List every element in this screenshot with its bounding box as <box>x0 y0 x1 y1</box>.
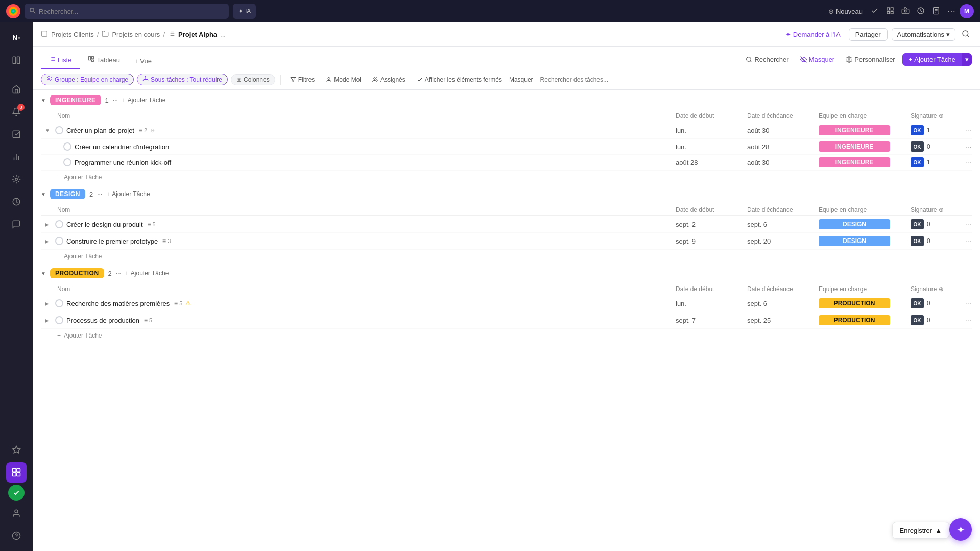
sub-more-t1-1[interactable]: ··· <box>966 158 972 166</box>
col-sig-add-design[interactable]: ⊕ <box>939 206 944 213</box>
task-more-t1[interactable]: ··· <box>966 126 972 134</box>
task-more-t5[interactable]: ··· <box>966 316 972 324</box>
group-add-label-production: Ajouter Tâche <box>131 270 169 277</box>
ajouter-tache-dropdown[interactable]: ▾ <box>962 53 972 66</box>
ask-ai-button[interactable]: ✦ Demander à l'IA <box>781 29 845 40</box>
new-button[interactable]: ⊕ Nouveau <box>824 6 867 17</box>
task-more-t4[interactable]: ··· <box>966 299 972 307</box>
sidebar-item-favorites[interactable] <box>6 440 27 460</box>
group-add-task-production[interactable]: + Ajouter Tâche <box>125 270 169 277</box>
task-expand-t3[interactable]: ▶ <box>45 238 52 244</box>
share-button[interactable]: Partager <box>849 28 888 41</box>
group-collapse-design[interactable]: ▼ <box>41 191 46 197</box>
clock-icon[interactable] <box>917 7 925 16</box>
filter-assignes-button[interactable]: Assignés <box>368 75 410 85</box>
filter-mode-moi-button[interactable]: Mode Moi <box>322 75 365 85</box>
filter-afficher-fermes-button[interactable]: Afficher les éléments fermés <box>413 75 506 85</box>
group-collapse-production[interactable]: ▼ <box>41 271 46 276</box>
task-subtask-count-t4[interactable]: 5 <box>173 300 182 306</box>
app-logo[interactable] <box>6 4 20 18</box>
task-more-t3[interactable]: ··· <box>966 237 972 245</box>
col-sig-add-ingenieure[interactable]: ⊕ <box>939 112 944 119</box>
breadcrumb-more[interactable]: ... <box>220 31 226 38</box>
task-subtask-count-t5[interactable]: 5 <box>142 317 152 323</box>
ajouter-tache-button[interactable]: + Ajouter Tâche <box>902 53 962 66</box>
breadcrumb-item-2[interactable]: Projets en cours <box>112 31 160 38</box>
group-more-production[interactable]: ··· <box>116 270 121 277</box>
filter-sous-taches[interactable]: Sous-tâches : Tout réduire <box>137 74 228 85</box>
group-count-ingenieure: 1 <box>105 97 109 104</box>
fab-button[interactable]: ✦ <box>949 518 972 541</box>
check-icon[interactable] <box>871 7 879 16</box>
plus-icon-design: + <box>106 190 110 198</box>
sidebar-status-indicator[interactable] <box>8 485 25 501</box>
col-sig-add-production[interactable]: ⊕ <box>939 285 944 293</box>
sub-more-t1-0[interactable]: ··· <box>966 142 972 151</box>
task-expand-t1[interactable]: ▼ <box>45 128 52 133</box>
ai-button[interactable]: ✦ IA <box>233 4 256 19</box>
sidebar-item-apps[interactable] <box>6 462 27 483</box>
doc-icon[interactable] <box>932 7 940 16</box>
filter-colonnes[interactable]: ⊞ Colonnes <box>231 74 275 85</box>
svg-point-4 <box>30 8 34 12</box>
group-more-design[interactable]: ··· <box>97 190 102 198</box>
sidebar-item-home[interactable] <box>6 79 27 100</box>
grid-icon[interactable] <box>886 7 894 16</box>
top-search-bar[interactable]: Rechercher... <box>25 4 229 19</box>
task-checkbox-t4[interactable] <box>55 299 63 307</box>
task-expand-t5[interactable]: ▶ <box>45 318 52 323</box>
add-task-row-production[interactable]: + Ajouter Tâche <box>41 329 972 342</box>
sidebar-item-notifications[interactable]: 8 <box>6 102 27 122</box>
sidebar-item-reports[interactable] <box>6 147 27 167</box>
filter-masquer-label[interactable]: Masquer <box>509 76 533 83</box>
breadcrumb-search-button[interactable] <box>960 28 972 41</box>
tab-vue-label: + Vue <box>134 57 152 65</box>
breadcrumb-item-1[interactable]: Projets Clients <box>51 31 94 38</box>
svg-line-41 <box>967 35 969 37</box>
rechercher-button[interactable]: Rechercher <box>742 54 793 65</box>
group-collapse-ingenieure[interactable]: ▼ <box>41 98 46 103</box>
sidebar-item-tasks[interactable] <box>6 124 27 145</box>
sub-checkbox-t1-0[interactable] <box>63 142 71 151</box>
svg-rect-17 <box>13 57 15 64</box>
add-task-row-ingenieure[interactable]: + Ajouter Tâche <box>41 171 972 184</box>
task-subtask-count-t1[interactable]: 2 <box>137 127 147 133</box>
task-checkbox-t2[interactable] <box>55 220 63 228</box>
task-subtask-count-t3[interactable]: 3 <box>161 238 171 244</box>
add-task-label-ingenieure: Ajouter Tâche <box>64 174 102 181</box>
add-task-row-design[interactable]: + Ajouter Tâche <box>41 250 972 263</box>
tab-tableau[interactable]: Tableau <box>80 52 128 69</box>
tab-liste[interactable]: Liste <box>41 52 80 69</box>
group-add-task-design[interactable]: + Ajouter Tâche <box>106 190 150 198</box>
task-expand-t2[interactable]: ▶ <box>45 222 52 227</box>
enregistrer-button[interactable]: Enregistrer ▲ <box>892 522 949 539</box>
group-header-ingenieure: ▼ INGENIEURE 1 ··· + Ajouter Tâche <box>33 90 980 110</box>
fab-icon: ✦ <box>957 523 965 536</box>
avatar[interactable]: M <box>960 4 974 18</box>
filter-filtres-button[interactable]: Filtres <box>286 75 319 85</box>
tab-add-vue[interactable]: + Vue <box>128 53 158 69</box>
group-add-task-ingenieure[interactable]: + Ajouter Tâche <box>122 97 166 104</box>
apps-icon[interactable]: ⋯ <box>947 7 955 16</box>
task-more-t2[interactable]: ··· <box>966 220 972 228</box>
sub-checkbox-t1-1[interactable] <box>63 158 71 166</box>
group-more-ingenieure[interactable]: ··· <box>113 97 118 104</box>
automations-button[interactable]: Automatisations ▾ <box>892 28 956 41</box>
task-checkbox-t5[interactable] <box>55 316 63 324</box>
sidebar-item-help[interactable] <box>6 525 27 546</box>
task-expand-t4[interactable]: ▶ <box>45 301 52 306</box>
task-checkbox-t1[interactable] <box>55 126 63 134</box>
sidebar-item-timer[interactable] <box>6 191 27 212</box>
filter-search-input[interactable] <box>540 76 972 83</box>
camera-icon[interactable] <box>901 7 910 16</box>
sidebar-item-people[interactable] <box>6 503 27 523</box>
task-subtask-count-t2[interactable]: 5 <box>146 221 156 227</box>
filter-groupe[interactable]: Groupe : Equipe en charge <box>41 74 134 85</box>
sidebar-item-integrations[interactable] <box>6 169 27 189</box>
sidebar-item-workspace[interactable]: N ▾ <box>6 28 27 48</box>
task-checkbox-t3[interactable] <box>55 237 63 245</box>
sidebar-item-chat[interactable] <box>6 214 27 234</box>
personnaliser-button[interactable]: Personnaliser <box>842 54 899 65</box>
masquer-button[interactable]: Masquer <box>796 54 839 65</box>
sidebar-item-toggle[interactable] <box>6 50 27 70</box>
